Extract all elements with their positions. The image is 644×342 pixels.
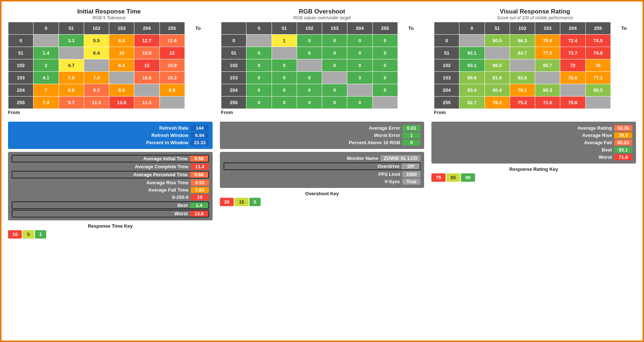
vrr-c40: 83.4 bbox=[459, 84, 485, 97]
os-c05: 0 bbox=[372, 35, 398, 47]
center-stats: Average Error 0.03 Worst Error 1 Percent… bbox=[220, 122, 424, 206]
irt-c14: 10.9 bbox=[134, 47, 159, 59]
overdrive-row: Overdrive Off bbox=[224, 162, 421, 170]
os-r204: 204 bbox=[221, 84, 246, 97]
os-c44 bbox=[347, 84, 372, 97]
vrr-table: 0 51 102 153 204 255 To 0 90.5 86 bbox=[434, 22, 636, 109]
overshoot-matrix-wrapper: 0 51 102 153 204 255 To 0 1 0 bbox=[221, 22, 423, 115]
vrr-c21: 86.5 bbox=[485, 59, 510, 72]
os-key-20: 20 bbox=[220, 198, 234, 206]
avg-complete-row: Average Complete Time 11.4 bbox=[12, 164, 209, 170]
os-r102: 102 bbox=[221, 59, 246, 72]
irt-c00 bbox=[33, 35, 59, 47]
os-to-label: To bbox=[398, 22, 423, 35]
worst-error-value: 1 bbox=[402, 132, 420, 138]
avg-fall-rating-row: Average Fall 82.23 bbox=[435, 139, 632, 146]
os-key-15: 15 bbox=[234, 198, 248, 206]
rr-key-boxes: 75 85 95 bbox=[431, 173, 636, 182]
irt-r153: 153 bbox=[8, 72, 33, 84]
vrr-c45: 80.5 bbox=[585, 84, 611, 97]
os-key-boxes: 20 15 5 bbox=[220, 198, 424, 206]
avg-rise-rating-row: Average Rise 78.5 bbox=[435, 132, 632, 138]
os-c12: 0 bbox=[297, 47, 322, 59]
irt-c55 bbox=[159, 97, 185, 109]
refresh-panel: Refresh Rate 144 Refresh Window 6.94 Per… bbox=[8, 122, 213, 149]
irt-c15: 12 bbox=[159, 47, 185, 59]
irt-c32: 7.4 bbox=[84, 72, 109, 84]
os-c31: 0 bbox=[272, 72, 297, 84]
refresh-rate-label: Refresh Rate bbox=[12, 125, 189, 131]
vrr-c53: 71.6 bbox=[535, 97, 560, 109]
vrr-c04: 72.4 bbox=[560, 35, 585, 47]
avg-rise-rating-label: Average Rise bbox=[435, 133, 612, 138]
avg-perceived-value: 8.68 bbox=[190, 172, 208, 178]
avg-complete-value: 11.4 bbox=[191, 164, 209, 170]
avg-fall-label: Average Fall Time bbox=[12, 187, 189, 193]
overshoot-subtitle: RGB values over/under target bbox=[221, 15, 423, 20]
irt-r102: 102 bbox=[8, 59, 33, 72]
irt-r204: 204 bbox=[8, 84, 33, 97]
avg-initial-row: Average Initial Time 8.58 bbox=[12, 155, 209, 162]
vrr-c10: 93.1 bbox=[459, 47, 485, 59]
vrr-c55 bbox=[585, 97, 611, 109]
irt-c51: 9.7 bbox=[59, 97, 84, 109]
irt-section: Initial Response Time RGB 5 Tolerance 0 … bbox=[8, 8, 210, 115]
rr-key-85: 85 bbox=[446, 173, 460, 182]
os-c42: 0 bbox=[297, 84, 322, 97]
irt-c25: 10.9 bbox=[159, 59, 185, 72]
irt-c52: 11.3 bbox=[84, 97, 109, 109]
vrr-c42: 79.1 bbox=[510, 84, 535, 97]
avg-perceived-label: Average Perceived Time bbox=[12, 172, 188, 177]
irt-c35: 10.3 bbox=[159, 72, 185, 84]
os-c51: 0 bbox=[272, 97, 297, 109]
os-c40: 0 bbox=[246, 84, 272, 97]
irt-c01: 3.3 bbox=[59, 35, 84, 47]
os-r153: 153 bbox=[221, 72, 246, 84]
avg-fall-rating-label: Average Fall bbox=[435, 140, 612, 145]
irt-to-label: To bbox=[185, 22, 210, 35]
avg-fall-value: 7.63 bbox=[191, 187, 209, 193]
refresh-window-label: Refresh Window bbox=[12, 133, 189, 138]
vrr-c35: 77.1 bbox=[585, 72, 611, 84]
refresh-rate-value: 144 bbox=[191, 125, 209, 131]
rt-key-boxes: 10 5 1 bbox=[8, 230, 213, 239]
avg-fall-row: Average Fall Time 7.63 bbox=[12, 187, 209, 193]
overshoot-section: RGB Overshoot RGB values over/under targ… bbox=[221, 8, 423, 115]
vrr-subtitle: Score out of 100 of visible performance bbox=[434, 15, 636, 20]
irt-c42: 9.3 bbox=[84, 84, 109, 97]
irt-c12: 6.4 bbox=[84, 47, 109, 59]
os-h153: 153 bbox=[322, 22, 347, 35]
vsync-label: V-Sync bbox=[224, 179, 400, 184]
os-c53: 0 bbox=[322, 97, 347, 109]
overshoot-table: 0 51 102 153 204 255 To 0 1 0 bbox=[221, 22, 423, 109]
best-time-label: Best bbox=[12, 203, 188, 208]
irt-c30: 4.1 bbox=[33, 72, 59, 84]
vrr-c11 bbox=[485, 47, 510, 59]
avg-rating-label: Average Rating bbox=[435, 125, 612, 131]
irt-c03: 8.8 bbox=[109, 35, 134, 47]
irt-c41: 8.6 bbox=[59, 84, 84, 97]
vrr-c31: 81.9 bbox=[485, 72, 510, 84]
irt-title: Initial Response Time bbox=[8, 8, 210, 15]
irt-c33 bbox=[109, 72, 134, 84]
vrr-corner bbox=[434, 22, 459, 35]
vrr-c50: 82.7 bbox=[459, 97, 485, 109]
os-c50: 0 bbox=[246, 97, 272, 109]
rt-key-1: 1 bbox=[35, 230, 46, 239]
vrr-title: Visual Response Rating bbox=[434, 8, 636, 15]
os-c15: 0 bbox=[372, 47, 398, 59]
vrr-c12: 84.7 bbox=[510, 47, 535, 59]
vrr-c43: 80.3 bbox=[535, 84, 560, 97]
left-stats: Refresh Rate 144 Refresh Window 6.94 Per… bbox=[8, 122, 213, 239]
vrr-r204: 204 bbox=[434, 84, 459, 97]
irt-from-label: From bbox=[8, 110, 210, 115]
os-c45: 0 bbox=[372, 84, 398, 97]
rt-key-title: Response Time Key bbox=[8, 223, 213, 229]
irt-c44 bbox=[134, 84, 159, 97]
best-rating-value: 93.1 bbox=[614, 147, 632, 153]
vrr-r0: 0 bbox=[434, 35, 459, 47]
rr-key-title: Response Rating Key bbox=[431, 166, 636, 172]
avg-rise-value: 9.53 bbox=[191, 180, 209, 186]
avg-error-value: 0.03 bbox=[402, 125, 420, 131]
worst-time-value: 13.8 bbox=[190, 211, 208, 217]
